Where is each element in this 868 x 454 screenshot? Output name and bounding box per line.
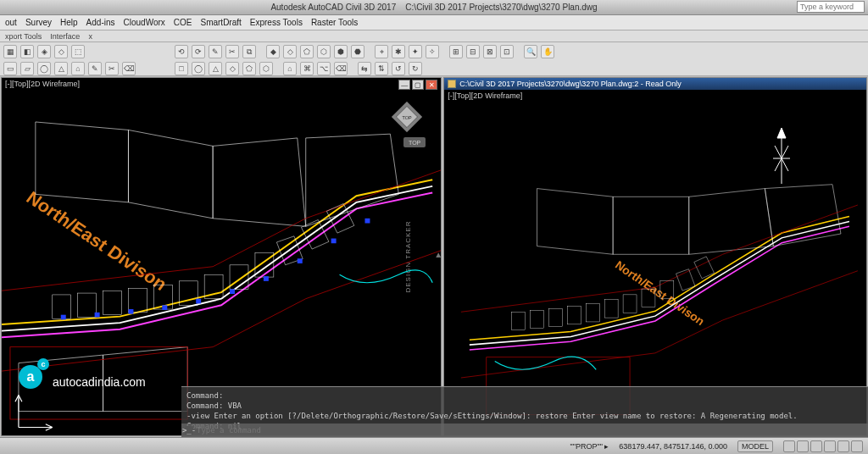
menu-out[interactable]: out: [5, 18, 17, 27]
menu-addins[interactable]: Add-ins: [86, 18, 115, 27]
svg-rect-36: [549, 308, 563, 326]
tool-generic-b5-icon[interactable]: ⌂: [71, 62, 85, 75]
status-model-badge[interactable]: MODEL: [737, 440, 773, 452]
svg-rect-20: [162, 305, 167, 310]
svg-rect-8: [128, 288, 147, 312]
tool-row2-icon[interactable]: ↻: [409, 62, 422, 75]
tool-row2-icon[interactable]: ⌥: [317, 62, 331, 75]
status-prefix: ""PROP"" ▸: [570, 442, 609, 451]
svg-rect-39: [604, 300, 618, 318]
tool-zoom-extents-icon[interactable]: 🔍: [524, 45, 537, 58]
tool-generic-b1-icon[interactable]: ▭: [3, 62, 17, 75]
tool-row1-icon[interactable]: ⧉: [242, 45, 256, 58]
tool-pan-icon[interactable]: ✋: [541, 45, 554, 58]
tool-generic-b2-icon[interactable]: ▱: [20, 62, 34, 75]
menu-raster[interactable]: Raster Tools: [311, 18, 358, 27]
tool-row2-icon[interactable]: ⌂: [283, 62, 297, 75]
tool-row2-icon[interactable]: △: [209, 62, 222, 75]
maximize-button[interactable]: ▢: [412, 80, 424, 90]
tool-row1-icon[interactable]: ⬢: [334, 45, 348, 58]
tool-row1-icon[interactable]: ⊡: [500, 45, 514, 58]
tool-generic-a1-icon[interactable]: ▦: [3, 45, 17, 58]
svg-rect-35: [531, 310, 544, 328]
tool-row2-icon[interactable]: □: [175, 62, 188, 75]
tool-row1-icon[interactable]: ◇: [283, 45, 297, 58]
tool-row1-icon[interactable]: ✂: [225, 45, 239, 58]
workspace: — ▢ ✕ [-][Top][2D Wireframe] TOP TOP DES…: [0, 76, 868, 437]
status-toggle-icon[interactable]: [797, 440, 809, 452]
keyword-search[interactable]: [797, 1, 865, 13]
menu-express[interactable]: Express Tools: [250, 18, 303, 27]
tool-row1-icon[interactable]: ⌖: [375, 45, 388, 58]
tool-row1-icon[interactable]: ⊟: [466, 45, 480, 58]
tool-row2-icon[interactable]: ⇅: [375, 62, 388, 75]
status-bar: ""PROP"" ▸ 638179.447, 847517.146, 0.000…: [0, 437, 868, 454]
viewport-left[interactable]: — ▢ ✕ [-][Top][2D Wireframe] TOP TOP DES…: [1, 77, 442, 436]
minimize-button[interactable]: —: [398, 80, 410, 90]
toolbar-area: ▦ ◧ ◈ ◇ ⬚ ▭ ▱ ◯ △ ⌂ ✎ ✂ ⌫ ⟲ ⟳ ✎ ✂ ⧉ ◆ ◇ …: [0, 42, 868, 76]
tool-row1-icon[interactable]: ✱: [392, 45, 405, 58]
viewport-right-titlebar[interactable]: C:\Civil 3D 2017 Projects\3270\dwg\3270 …: [444, 78, 866, 90]
subtab-interface[interactable]: Interface: [50, 32, 80, 41]
tool-row1-icon[interactable]: ⟳: [192, 45, 205, 58]
tool-generic-b7-icon[interactable]: ✂: [105, 62, 119, 75]
status-toggle-icon[interactable]: [783, 440, 795, 452]
keyword-search-input[interactable]: [797, 1, 865, 13]
tool-row2-icon[interactable]: ⬡: [259, 62, 273, 75]
tool-row2-icon[interactable]: ⇆: [358, 62, 371, 75]
subtab-close[interactable]: x: [88, 32, 92, 41]
close-button[interactable]: ✕: [426, 80, 437, 90]
tool-generic-b4-icon[interactable]: △: [54, 62, 68, 75]
watermark-text: autocadindia.com: [53, 375, 146, 389]
tool-row1-icon[interactable]: ⬡: [317, 45, 331, 58]
viewport-left-corner-label[interactable]: [-][Top][2D Wireframe]: [5, 80, 80, 88]
menu-survey[interactable]: Survey: [25, 18, 52, 27]
subtab-export[interactable]: xport Tools: [5, 32, 42, 41]
command-panel[interactable]: Command: Command: VBA -view Enter an opt…: [181, 386, 868, 437]
tool-row2-icon[interactable]: ↺: [392, 62, 405, 75]
tool-row2-icon[interactable]: ◯: [192, 62, 205, 75]
viewport-right[interactable]: C:\Civil 3D 2017 Projects\3270\dwg\3270 …: [443, 77, 867, 436]
tool-generic-b6-icon[interactable]: ✎: [88, 62, 102, 75]
tool-row1-icon[interactable]: ✧: [426, 45, 439, 58]
svg-rect-22: [230, 289, 235, 294]
svg-rect-21: [196, 299, 201, 304]
command-input[interactable]: [197, 426, 865, 435]
menu-coe[interactable]: COE: [174, 18, 192, 27]
svg-rect-38: [586, 304, 599, 322]
tool-row1-icon[interactable]: ◆: [266, 45, 280, 58]
sub-tab-bar: xport Tools Interface x: [0, 30, 868, 42]
tool-row1-icon[interactable]: ⬠: [300, 45, 314, 58]
drawing-area-right[interactable]: North/East Divison: [444, 90, 866, 435]
tool-row1-icon[interactable]: ⬣: [351, 45, 364, 58]
status-toggle-icon[interactable]: [851, 440, 863, 452]
menu-help[interactable]: Help: [60, 18, 78, 27]
command-input-row[interactable]: >_-: [181, 424, 868, 437]
command-prompt-icon: >_-: [185, 426, 193, 435]
tool-generic-a2-icon[interactable]: ◧: [20, 45, 34, 58]
command-history-line: -view Enter an option [?/Delete/Orthogra…: [186, 411, 863, 421]
svg-rect-7: [103, 291, 122, 314]
tool-row2-icon[interactable]: ⌘: [300, 62, 314, 75]
tool-row1-icon[interactable]: ✦: [409, 45, 422, 58]
status-toggle-icon[interactable]: [824, 440, 836, 452]
svg-rect-26: [364, 219, 370, 224]
tool-row2-icon[interactable]: ◇: [225, 62, 239, 75]
tool-row1-icon[interactable]: ⊞: [449, 45, 463, 58]
tool-generic-b8-icon[interactable]: ⌫: [122, 62, 136, 75]
tool-row1-icon[interactable]: ⊠: [483, 45, 497, 58]
svg-rect-23: [264, 276, 269, 281]
tool-row2-icon[interactable]: ⬠: [242, 62, 256, 75]
tool-generic-a5-icon[interactable]: ⬚: [71, 45, 85, 58]
tool-row2-icon[interactable]: ⌫: [334, 62, 348, 75]
menu-smartdraft[interactable]: SmartDraft: [200, 18, 241, 27]
status-toggle-icon[interactable]: [810, 440, 822, 452]
tool-generic-b3-icon[interactable]: ◯: [37, 62, 51, 75]
menu-bar: out Survey Help Add-ins CloudWorx COE Sm…: [0, 15, 868, 30]
tool-row1-icon[interactable]: ⟲: [175, 45, 188, 58]
tool-generic-a4-icon[interactable]: ◇: [54, 45, 68, 58]
tool-generic-a3-icon[interactable]: ◈: [37, 45, 51, 58]
menu-cloudworx[interactable]: CloudWorx: [124, 18, 165, 27]
status-toggle-icon[interactable]: [837, 440, 849, 452]
tool-row1-icon[interactable]: ✎: [209, 45, 222, 58]
